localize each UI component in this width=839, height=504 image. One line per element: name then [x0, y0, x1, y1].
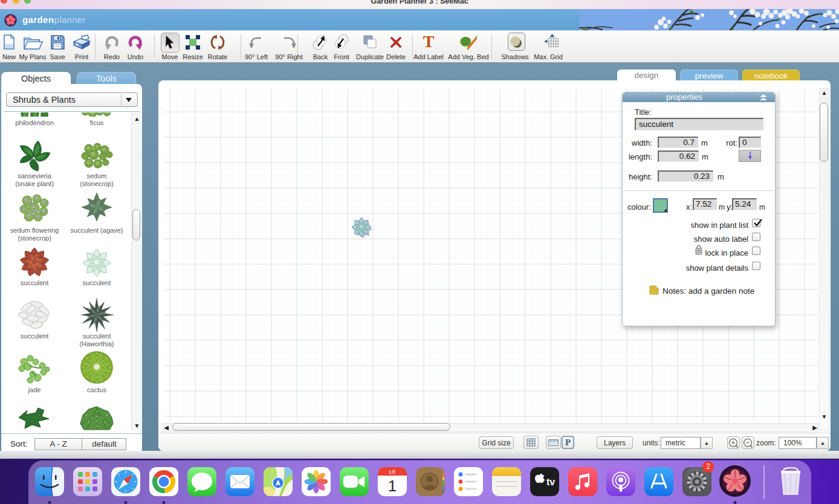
- svg-text:1: 1: [388, 477, 397, 495]
- svg-text:3月: 3月: [389, 470, 396, 475]
- svg-text:tv: tv: [546, 477, 555, 487]
